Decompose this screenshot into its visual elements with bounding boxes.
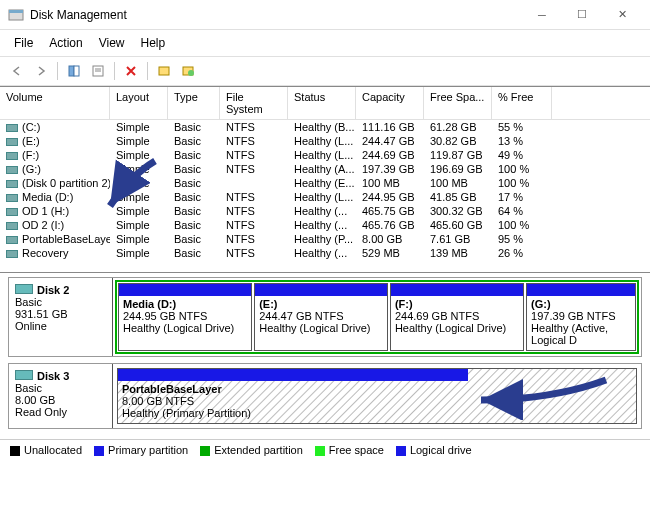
- toolbar: [0, 56, 650, 86]
- svg-rect-3: [74, 66, 79, 76]
- volume-icon: [6, 152, 18, 160]
- back-button[interactable]: [6, 60, 28, 82]
- volume-row[interactable]: (F:)SimpleBasicNTFSHealthy (L...244.69 G…: [0, 148, 650, 162]
- volume-row[interactable]: (G:)SimpleBasicNTFSHealthy (A...197.39 G…: [0, 162, 650, 176]
- col-volume[interactable]: Volume: [0, 87, 110, 119]
- legend-extended: Extended partition: [214, 444, 303, 456]
- legend: Unallocated Primary partition Extended p…: [0, 439, 650, 460]
- volume-icon: [6, 138, 18, 146]
- legend-logical: Logical drive: [410, 444, 472, 456]
- partition-portablebaselayer[interactable]: PortableBaseLayer 8.00 GB NTFS Healthy (…: [117, 368, 637, 424]
- col-layout[interactable]: Layout: [110, 87, 168, 119]
- help-button[interactable]: [177, 60, 199, 82]
- disk-icon: [15, 284, 33, 294]
- close-button[interactable]: ✕: [602, 2, 642, 28]
- volume-icon: [6, 180, 18, 188]
- volume-icon: [6, 208, 18, 216]
- app-icon: [8, 7, 24, 23]
- col-capacity[interactable]: Capacity: [356, 87, 424, 119]
- disk-label-3: Disk 3 Basic 8.00 GB Read Only: [9, 364, 113, 428]
- volume-icon: [6, 166, 18, 174]
- volume-row[interactable]: OD 1 (H:)SimpleBasicNTFSHealthy (...465.…: [0, 204, 650, 218]
- col-freespace[interactable]: Free Spa...: [424, 87, 492, 119]
- menu-help[interactable]: Help: [133, 32, 174, 54]
- svg-point-9: [188, 70, 194, 76]
- partition-g[interactable]: (G:) 197.39 GB NTFS Healthy (Active, Log…: [526, 283, 636, 351]
- volume-row[interactable]: (C:)SimpleBasicNTFSHealthy (B...111.16 G…: [0, 120, 650, 134]
- graphical-view: Disk 2 Basic 931.51 GB Online Media (D:)…: [0, 272, 650, 439]
- partition-f[interactable]: (F:) 244.69 GB NTFS Healthy (Logical Dri…: [390, 283, 524, 351]
- col-type[interactable]: Type: [168, 87, 220, 119]
- volume-row[interactable]: RecoverySimpleBasicNTFSHealthy (...529 M…: [0, 246, 650, 260]
- properties-button[interactable]: [87, 60, 109, 82]
- volume-row[interactable]: Media (D:)SimpleBasicNTFSHealthy (L...24…: [0, 190, 650, 204]
- volume-icon: [6, 236, 18, 244]
- menu-file[interactable]: File: [6, 32, 41, 54]
- volume-list: Volume Layout Type File System Status Ca…: [0, 86, 650, 260]
- delete-button[interactable]: [120, 60, 142, 82]
- extended-partition: Media (D:) 244.95 GB NTFS Healthy (Logic…: [115, 280, 639, 354]
- volume-icon: [6, 222, 18, 230]
- svg-rect-2: [69, 66, 74, 76]
- disk-icon: [15, 370, 33, 380]
- col-filesystem[interactable]: File System: [220, 87, 288, 119]
- legend-free: Free space: [329, 444, 384, 456]
- menu-bar: File Action View Help: [0, 30, 650, 56]
- partition-media-d[interactable]: Media (D:) 244.95 GB NTFS Healthy (Logic…: [118, 283, 252, 351]
- legend-primary: Primary partition: [108, 444, 188, 456]
- volume-row[interactable]: PortableBaseLayerSimpleBasicNTFSHealthy …: [0, 232, 650, 246]
- col-status[interactable]: Status: [288, 87, 356, 119]
- volume-row[interactable]: (Disk 0 partition 2)SimpleBasicHealthy (…: [0, 176, 650, 190]
- maximize-button[interactable]: ☐: [562, 2, 602, 28]
- partition-e[interactable]: (E:) 244.47 GB NTFS Healthy (Logical Dri…: [254, 283, 388, 351]
- volume-list-header: Volume Layout Type File System Status Ca…: [0, 87, 650, 120]
- svg-rect-7: [159, 67, 169, 75]
- col-pctfree[interactable]: % Free: [492, 87, 552, 119]
- minimize-button[interactable]: ─: [522, 2, 562, 28]
- disk-row-3[interactable]: Disk 3 Basic 8.00 GB Read Only PortableB…: [8, 363, 642, 429]
- title-bar: Disk Management ─ ☐ ✕: [0, 0, 650, 30]
- legend-unallocated: Unallocated: [24, 444, 82, 456]
- refresh-button[interactable]: [63, 60, 85, 82]
- window-title: Disk Management: [30, 8, 522, 22]
- volume-icon: [6, 124, 18, 132]
- menu-view[interactable]: View: [91, 32, 133, 54]
- volume-icon: [6, 250, 18, 258]
- volume-row[interactable]: (E:)SimpleBasicNTFSHealthy (L...244.47 G…: [0, 134, 650, 148]
- disk-label-2: Disk 2 Basic 931.51 GB Online: [9, 278, 113, 356]
- svg-rect-1: [9, 10, 23, 13]
- disk-row-2[interactable]: Disk 2 Basic 931.51 GB Online Media (D:)…: [8, 277, 642, 357]
- menu-action[interactable]: Action: [41, 32, 90, 54]
- volume-icon: [6, 194, 18, 202]
- forward-button[interactable]: [30, 60, 52, 82]
- volume-row[interactable]: OD 2 (I:)SimpleBasicNTFSHealthy (...465.…: [0, 218, 650, 232]
- new-volume-button[interactable]: [153, 60, 175, 82]
